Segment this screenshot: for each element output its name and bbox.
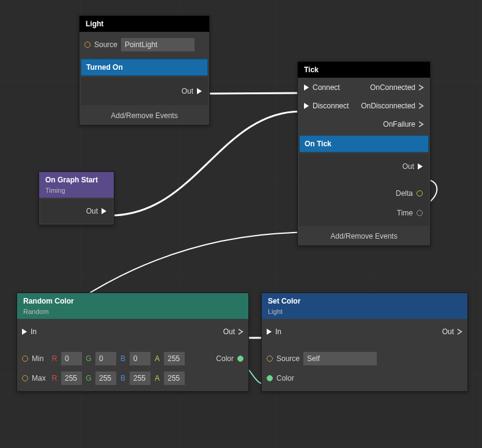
label-color: Color [216, 354, 234, 363]
port-out-label: Out [402, 162, 414, 171]
label-color: Color [276, 374, 294, 383]
input-min-b[interactable] [130, 352, 150, 365]
port-max[interactable] [22, 375, 28, 381]
exec-out-icon[interactable] [102, 208, 106, 214]
port-time[interactable] [417, 210, 423, 216]
port-out: Out [442, 327, 454, 336]
node-set-color[interactable]: Set Color Light In Out Source Color [261, 293, 468, 392]
exec-out-icon[interactable] [458, 329, 462, 335]
node-light[interactable]: Light Source Turned On Out Add/Remove Ev… [79, 15, 210, 125]
port-onfailure: OnFailure [383, 120, 415, 129]
node-title[interactable]: Random Color [17, 293, 248, 309]
node-random-color[interactable]: Random Color Random In Out Min R G B A C… [17, 293, 249, 392]
input-min-a[interactable] [164, 352, 185, 365]
port-out-label: Out [182, 87, 193, 95]
add-remove-events[interactable]: Add/Remove Events [80, 106, 209, 125]
exec-in-icon[interactable] [267, 329, 272, 335]
port-connect: Connect [313, 83, 340, 92]
input-min-g[interactable] [95, 352, 116, 365]
label-source: Source [276, 354, 300, 363]
input-source[interactable] [303, 352, 377, 365]
port-source[interactable] [267, 356, 273, 362]
port-ondisconnected: OnDisconnected [361, 102, 415, 110]
label-max: Max [32, 374, 48, 383]
input-source[interactable] [121, 38, 195, 51]
port-min[interactable] [22, 356, 28, 362]
exec-out-icon[interactable] [419, 103, 424, 109]
port-delta[interactable] [417, 190, 423, 196]
input-max-r[interactable] [61, 371, 82, 385]
node-title[interactable]: On Graph Start [39, 172, 114, 188]
port-delta-label: Delta [396, 189, 413, 198]
node-tick[interactable]: Tick Connect Disconnect OnConnected OnDi… [297, 61, 431, 246]
label-source: Source [94, 40, 117, 49]
input-max-b[interactable] [130, 371, 150, 385]
port-color-out[interactable] [237, 356, 243, 362]
node-subtitle: Timing [39, 187, 114, 198]
port-out-label: Out [86, 207, 98, 215]
node-subtitle: Light [262, 308, 467, 319]
port-color-in[interactable] [267, 375, 273, 381]
port-out: Out [223, 327, 235, 336]
exec-in-icon[interactable] [304, 84, 309, 91]
port-onconnected: OnConnected [370, 83, 415, 92]
port-disconnect: Disconnect [313, 102, 349, 110]
port-source[interactable] [84, 42, 91, 48]
port-in: In [31, 327, 37, 336]
input-min-r[interactable] [61, 352, 82, 365]
event-on-tick[interactable]: On Tick [299, 135, 429, 152]
exec-in-icon[interactable] [304, 103, 309, 109]
node-title[interactable]: Tick [298, 62, 430, 78]
exec-in-icon[interactable] [22, 329, 27, 335]
add-remove-events[interactable]: Add/Remove Events [298, 227, 430, 245]
exec-out-icon[interactable] [418, 163, 423, 170]
node-subtitle: Random [17, 308, 248, 319]
input-max-g[interactable] [95, 371, 116, 385]
node-title[interactable]: Set Color [262, 293, 467, 309]
input-max-a[interactable] [164, 371, 185, 385]
node-on-graph-start[interactable]: On Graph Start Timing Out [39, 171, 114, 225]
event-turned-on[interactable]: Turned On [81, 59, 208, 76]
exec-out-icon[interactable] [239, 329, 243, 335]
port-time-label: Time [397, 209, 413, 217]
node-title[interactable]: Light [80, 16, 209, 32]
exec-out-icon[interactable] [197, 88, 202, 94]
label-min: Min [32, 354, 48, 363]
exec-out-icon[interactable] [419, 121, 424, 127]
port-in: In [275, 327, 281, 336]
exec-out-icon[interactable] [419, 84, 424, 91]
